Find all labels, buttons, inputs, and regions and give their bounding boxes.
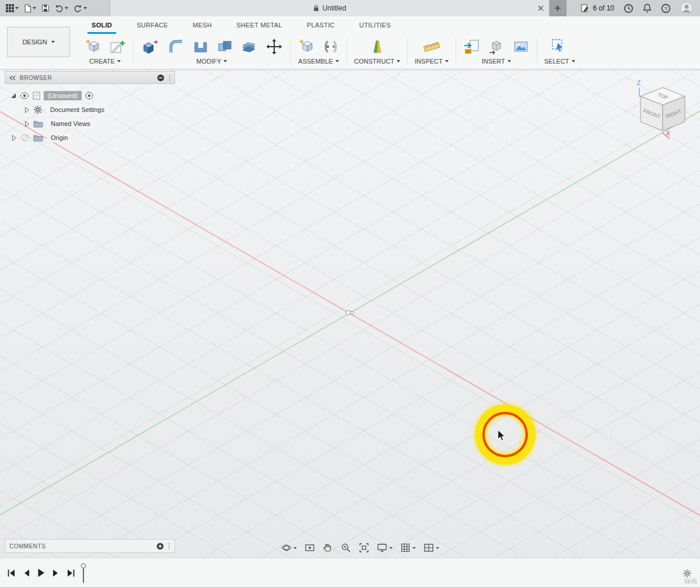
root-expander-icon[interactable] [10,93,16,99]
viewcube-x-label: X [666,130,670,136]
new-tab-button[interactable] [550,0,566,16]
viewport-canvas[interactable]: BROWSER (Unsaved) Document Settings Name… [0,69,700,558]
extensions-button[interactable] [624,4,634,13]
expander-icon[interactable] [24,121,30,127]
expander-icon[interactable] [12,135,17,141]
collapse-panel-icon[interactable] [9,75,16,80]
timeline-position-marker[interactable] [79,563,88,584]
tree-row-document-settings[interactable]: Document Settings [5,103,175,117]
zoom-button[interactable] [340,541,352,554]
origin-marker[interactable] [345,309,355,316]
play-button[interactable] [37,568,45,578]
inspect-dropdown[interactable]: INSPECT [415,58,449,65]
notifications-button[interactable] [643,4,652,13]
tab-utilities[interactable]: UTILITIES [347,16,403,34]
canvas-image-icon[interactable] [512,38,530,55]
bell-icon [643,4,652,13]
group-modify: MODIFY [134,34,290,69]
lock-icon [313,5,319,12]
modify-dropdown[interactable]: MODIFY [197,58,228,65]
chevron-down-icon [508,60,511,62]
pan-button[interactable] [321,541,334,554]
tree-item-label[interactable]: Origin [47,133,72,142]
expand-panel-icon[interactable] [156,542,164,550]
redo-button[interactable] [74,4,87,12]
comments-title: COMMENTS [9,543,152,550]
job-status-button[interactable]: 6 of 10 [580,4,614,13]
file-menu-button[interactable] [24,4,36,13]
account-avatar[interactable] [680,2,693,15]
chevron-down-icon [436,547,439,549]
expander-icon[interactable] [24,107,30,113]
skip-to-start-button[interactable] [7,569,15,578]
root-item-label[interactable]: (Unsaved) [44,91,82,100]
construction-plane-icon[interactable] [369,38,386,55]
insert-dropdown[interactable]: INSERT [482,58,511,65]
move-copy-icon[interactable] [265,38,283,55]
app-launcher-button[interactable] [6,4,19,12]
orbit-button[interactable] [280,541,298,554]
select-icon[interactable] [551,38,568,55]
shell-icon[interactable] [192,38,209,55]
visibility-eye-icon[interactable] [20,92,29,99]
skip-to-end-button[interactable] [67,569,75,578]
joint-icon[interactable] [322,38,340,55]
group-select: SELECT [537,34,582,69]
tab-surface[interactable]: SURFACE [124,16,180,34]
create-sketch-icon[interactable] [108,38,126,55]
tree-row-named-views[interactable]: Named Views [5,117,175,131]
document-tab[interactable]: Untitled [110,0,550,16]
visibility-off-eye-icon[interactable] [20,134,30,141]
select-dropdown[interactable]: SELECT [544,58,575,65]
tree-item-label[interactable]: Document Settings [46,105,108,114]
activate-component-radio[interactable] [85,92,93,100]
minimize-panel-icon[interactable] [157,74,164,82]
tree-row-origin[interactable]: Origin [5,131,175,145]
press-pull-icon[interactable] [141,37,160,57]
save-button[interactable] [41,4,50,12]
help-button[interactable]: ? [661,4,671,13]
chevron-down-icon [293,547,297,549]
fillet-icon[interactable] [167,38,185,55]
undo-button[interactable] [55,4,68,12]
document-title: Untitled [323,4,346,12]
insert-mesh-icon[interactable] [488,38,505,55]
timeline-bar: 録画 [0,558,700,588]
fit-button[interactable] [358,541,370,554]
tab-solid[interactable]: SOLID [79,16,124,34]
step-forward-button[interactable] [52,569,60,578]
display-settings-button[interactable] [376,541,394,554]
job-status-icon [580,4,590,13]
tree-row-root[interactable]: (Unsaved) [5,89,175,103]
close-tab-button[interactable] [538,5,544,11]
document-icon [33,92,40,100]
tree-item-label[interactable]: Named Views [47,119,94,128]
job-status-count: 6 of 10 [593,4,614,12]
titlebar-left-tools [0,0,110,16]
measure-icon[interactable] [423,38,440,55]
viewcube-z-label: Z [637,80,640,86]
offset-face-icon[interactable] [241,38,258,55]
combine-icon[interactable] [216,38,234,55]
viewcube[interactable]: Z X TOP FRONT RIGHT [630,79,699,148]
insert-derive-icon[interactable]: 3D [463,38,481,55]
look-at-button[interactable] [303,541,316,554]
assemble-dropdown[interactable]: ASSEMBLE [298,58,338,65]
tab-plastic[interactable]: PLASTIC [295,16,347,34]
panel-grip-icon[interactable] [168,542,170,550]
chevron-down-icon [117,60,121,62]
create-dropdown[interactable]: CREATE [89,58,121,65]
panel-grip-icon[interactable] [169,74,171,81]
viewports-button[interactable] [422,541,440,554]
new-component-icon[interactable] [84,38,102,55]
grid-and-snaps-button[interactable] [399,541,417,554]
construct-dropdown[interactable]: CONSTRUCT [354,58,400,65]
navigation-toolbar [280,541,440,554]
group-assemble: ASSEMBLE [290,34,346,69]
comments-panel[interactable]: COMMENTS [5,539,175,553]
tab-sheet-metal[interactable]: SHEET METAL [224,16,295,34]
step-back-button[interactable] [23,569,30,578]
tab-mesh[interactable]: MESH [180,16,224,34]
assemble-new-component-icon[interactable] [298,38,315,55]
browser-header[interactable]: BROWSER [5,71,175,84]
